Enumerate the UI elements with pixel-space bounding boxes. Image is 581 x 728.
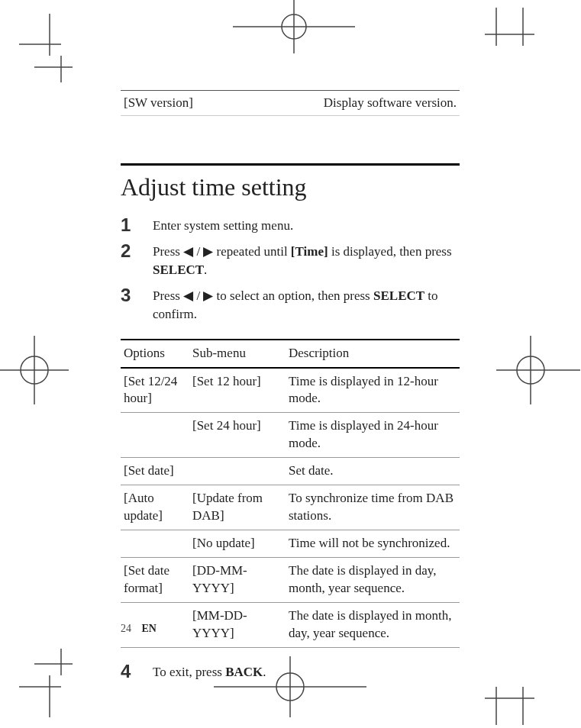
crop-mark-bottom-left — [19, 649, 73, 717]
page-content: [SW version] Display software version. A… — [121, 90, 460, 688]
table-row: [Set date] Set date. — [121, 458, 460, 485]
step-number: 2 — [121, 241, 153, 279]
step-body: Press ◀ / ▶ repeated until [Time] is dis… — [153, 241, 460, 279]
step-item: 4 To exit, press BACK. — [121, 662, 460, 681]
step-number: 4 — [121, 662, 153, 681]
step-number: 1 — [121, 215, 153, 235]
crop-mark-mid-right — [496, 336, 580, 404]
table-row: [Set date format] [DD-MM-YYYY] The date … — [121, 558, 460, 603]
cell-option — [121, 413, 189, 457]
cell-submenu: [No update] — [189, 530, 286, 557]
table-row: [MM-DD-YYYY] The date is displayed in mo… — [121, 603, 460, 648]
cell-desc: The date is displayed in day, month, yea… — [286, 558, 460, 602]
cell-submenu: [Set 12 hour] — [189, 369, 286, 413]
cell-submenu: [Update from DAB] — [189, 485, 286, 530]
step-body: Enter system setting menu. — [153, 215, 293, 235]
cell-desc: Time will not be synchronized. — [286, 530, 460, 557]
header-description: Description — [286, 340, 460, 367]
table-row: [Set 12/24 hour] [Set 12 hour] Time is d… — [121, 369, 460, 414]
cell-desc: The date is displayed in month, day, yea… — [286, 603, 460, 647]
step-body: Press ◀ / ▶ to select an option, then pr… — [153, 285, 460, 324]
crop-mark-top-left — [19, 14, 73, 82]
cell-option: [Set date] — [121, 458, 189, 485]
header-submenu: Sub-menu — [189, 340, 286, 367]
cell-option — [121, 530, 189, 557]
step-item: 2 Press ◀ / ▶ repeated until [Time] is d… — [121, 241, 460, 279]
header-options: Options — [121, 340, 189, 367]
cell-desc: Time is displayed in 24-hour mode. — [286, 413, 460, 457]
cell-submenu — [189, 458, 286, 485]
crop-mark-mid-left — [0, 336, 69, 404]
sw-version-label: [SW version] — [124, 95, 193, 111]
crop-mark-bottom-right — [485, 664, 546, 725]
cell-desc: To synchronize time from DAB stations. — [286, 485, 460, 530]
page-number: 24 — [121, 623, 131, 634]
language-code: EN — [142, 623, 157, 634]
cell-desc: Time is displayed in 12-hour mode. — [286, 369, 460, 413]
table-row: [No update] Time will not be synchronize… — [121, 530, 460, 558]
step-item: 1 Enter system setting menu. — [121, 215, 460, 235]
sw-version-row: [SW version] Display software version. — [121, 90, 460, 116]
table-header-row: Options Sub-menu Description — [121, 340, 460, 369]
cell-option: [Set date format] — [121, 558, 189, 602]
cell-submenu: [MM-DD-YYYY] — [189, 603, 286, 647]
table-row: [Auto update] [Update from DAB] To synch… — [121, 485, 460, 530]
page-footer: 24 EN — [121, 623, 157, 635]
cell-option: [Auto update] — [121, 485, 189, 530]
section-heading: Adjust time setting — [121, 163, 460, 201]
step-item: 3 Press ◀ / ▶ to select an option, then … — [121, 285, 460, 324]
step-body: To exit, press BACK. — [153, 662, 266, 681]
steps-list: 1 Enter system setting menu. 2 Press ◀ /… — [121, 215, 460, 324]
cell-submenu: [DD-MM-YYYY] — [189, 558, 286, 602]
crop-mark-top-center — [233, 0, 355, 53]
step4-wrap: 4 To exit, press BACK. — [121, 662, 460, 681]
crop-mark-top-right — [485, 8, 546, 69]
cell-submenu: [Set 24 hour] — [189, 413, 286, 457]
sw-version-desc: Display software version. — [324, 95, 457, 111]
cell-option: [Set 12/24 hour] — [121, 369, 189, 413]
step-number: 3 — [121, 285, 153, 324]
options-table: Options Sub-menu Description [Set 12/24 … — [121, 339, 460, 648]
cell-desc: Set date. — [286, 458, 460, 485]
table-row: [Set 24 hour] Time is displayed in 24-ho… — [121, 413, 460, 458]
